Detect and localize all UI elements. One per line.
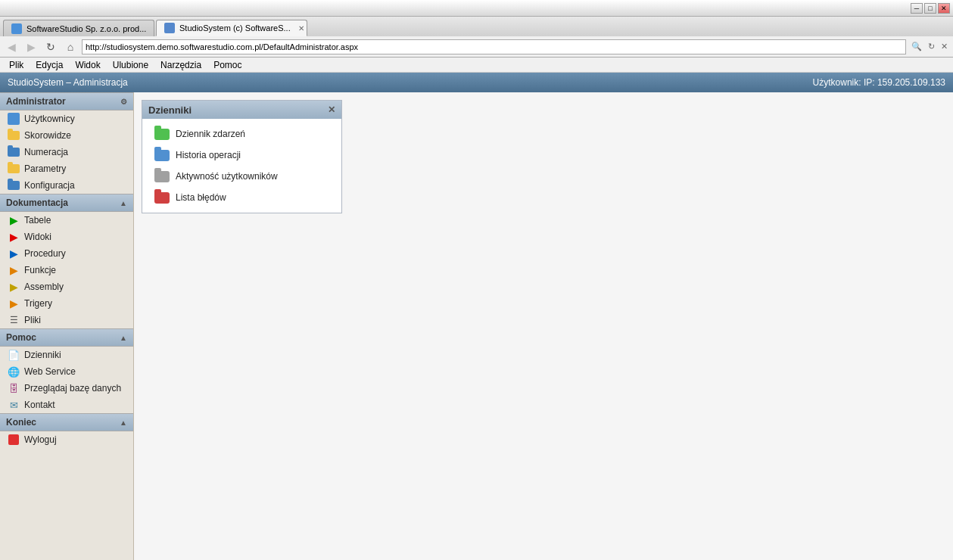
panel-close-icon[interactable]: ✕ — [328, 104, 335, 115]
window-controls[interactable]: ─ □ ✕ — [911, 3, 950, 14]
sidebar-item-label: Skorowidze — [24, 130, 71, 141]
folder-yellow-2-icon — [8, 163, 20, 175]
panel-header: Dzienniki ✕ — [142, 101, 341, 119]
sidebar-item-numeracja[interactable]: Numeracja — [0, 144, 133, 160]
close-button[interactable]: ✕ — [938, 3, 950, 14]
home-button[interactable]: ⌂ — [62, 39, 79, 55]
close-x-icon[interactable]: ✕ — [939, 41, 950, 52]
address-icons: 🔍 ↻ ✕ — [909, 41, 950, 52]
sidebar-item-webservice[interactable]: 🌐 Web Service — [0, 363, 133, 380]
sidebar-item-label: Funkcje — [24, 265, 56, 275]
browser-tab-1[interactable]: SoftwareStudio Sp. z.o.o. prod... — [3, 20, 154, 36]
db-icon: 🗄 — [8, 382, 20, 394]
refresh-button[interactable]: ↻ — [42, 39, 59, 55]
menu-plik[interactable]: Plik — [3, 58, 30, 73]
sidebar-section-dokumentacja: Dokumentacja ▲ ▶ Tabele ▶ Widoki ▶ Proce… — [0, 194, 133, 328]
sidebar-header-administrator[interactable]: Administrator ⚙ — [0, 92, 133, 110]
sidebar-item-dzienniki[interactable]: 📄 Dzienniki — [0, 347, 133, 363]
menu-widok[interactable]: Widok — [69, 58, 106, 73]
user-info: Użytkownik: IP: 159.205.109.133 — [813, 77, 945, 88]
sidebar-item-label: Dzienniki — [24, 350, 61, 360]
address-bar-row: ◀ ▶ ↻ ⌂ 🔍 ↻ ✕ — [0, 36, 953, 58]
sidebar-item-funkcje[interactable]: ▶ Funkcje — [0, 262, 133, 278]
users-icon — [8, 113, 20, 125]
panel-item-dziennik-zdarzen[interactable]: Dziennik zdarzeń — [142, 123, 341, 145]
sidebar-item-widoki[interactable]: ▶ Widoki — [0, 229, 133, 245]
arrow-yellow-icon: ▶ — [8, 281, 20, 293]
sidebar-section-label-koniec: Koniec — [6, 417, 36, 428]
folder-red-icon — [154, 192, 170, 204]
panel-body: Dziennik zdarzeń Historia operacji Aktyw… — [142, 119, 341, 213]
panel-item-lista-bledow[interactable]: Lista błędów — [142, 187, 341, 208]
sidebar-item-konfiguracja[interactable]: Konfiguracja — [0, 177, 133, 194]
arrow-blue-icon: ▶ — [8, 247, 20, 260]
collapse-koniec-icon: ▲ — [120, 418, 127, 427]
sidebar-item-label: Trigery — [24, 298, 52, 309]
back-button[interactable]: ◀ — [3, 39, 20, 55]
sidebar-item-procedury[interactable]: ▶ Procedury — [0, 245, 133, 262]
sidebar: Administrator ⚙ Użytkownicy Skorowidze N… — [0, 92, 134, 560]
menu-pomoc[interactable]: Pomoc — [207, 58, 248, 73]
address-input[interactable] — [82, 39, 906, 54]
app-body: Administrator ⚙ Użytkownicy Skorowidze N… — [0, 92, 953, 560]
web-icon: 🌐 — [8, 366, 20, 378]
panel-item-label: Lista błędów — [176, 192, 226, 203]
sidebar-item-tabele[interactable]: ▶ Tabele — [0, 212, 133, 229]
sidebar-item-label: Użytkownicy — [24, 114, 75, 124]
sidebar-item-assembly[interactable]: ▶ Assembly — [0, 278, 133, 295]
sidebar-item-trigery[interactable]: ▶ Trigery — [0, 295, 133, 312]
sidebar-item-label: Konfiguracja — [24, 180, 75, 191]
sidebar-item-przegladaj[interactable]: 🗄 Przeglądaj bazę danych — [0, 380, 133, 397]
sidebar-item-skorowidze[interactable]: Skorowidze — [0, 127, 133, 144]
sidebar-item-label: Numeracja — [24, 147, 68, 157]
menu-ulubione[interactable]: Ulubione — [107, 58, 154, 73]
sidebar-item-label: Pliki — [24, 315, 41, 325]
sidebar-item-label: Przeglądaj bazę danych — [24, 383, 121, 394]
sidebar-header-koniec[interactable]: Koniec ▲ — [0, 413, 133, 431]
sidebar-item-wyloguj[interactable]: Wyloguj — [0, 431, 133, 448]
arrow-orange-2-icon: ▶ — [8, 297, 20, 310]
folder-blue-2-icon — [8, 179, 20, 191]
maximize-button[interactable]: □ — [924, 3, 936, 14]
sidebar-item-parametry[interactable]: Parametry — [0, 160, 133, 177]
list-icon: ☰ — [8, 314, 20, 326]
sidebar-item-uzytkownicy[interactable]: Użytkownicy — [0, 110, 133, 127]
app-header: StudioSystem – Administracja Użytkownik:… — [0, 73, 953, 92]
folder-blue-icon — [154, 150, 170, 161]
tab-favicon-1 — [11, 23, 22, 34]
tab-close-icon[interactable]: ✕ — [298, 24, 304, 33]
menu-edycja[interactable]: Edycja — [30, 58, 69, 73]
panel-item-label: Dziennik zdarzeń — [176, 129, 245, 139]
browser-menu-bar: Plik Edycja Widok Ulubione Narzędzia Pom… — [0, 58, 953, 73]
sidebar-header-dokumentacja[interactable]: Dokumentacja ▲ — [0, 194, 133, 212]
sidebar-item-label: Tabele — [24, 215, 51, 226]
forward-button[interactable]: ▶ — [23, 39, 39, 55]
panel-title: Dzienniki — [148, 104, 192, 116]
panel-item-aktywnosc[interactable]: Aktywność użytkowników — [142, 166, 341, 187]
app-title: StudioSystem – Administracja — [8, 77, 128, 88]
collapse-icon: ▲ — [120, 199, 127, 207]
sidebar-item-label: Web Service — [24, 366, 76, 377]
browser-tab-2[interactable]: StudioSystem (c) SoftwareS... ✕ — [156, 20, 307, 36]
browser-title-bar: ─ □ ✕ — [0, 0, 953, 17]
sidebar-section-pomoc: Pomoc ▲ 📄 Dzienniki 🌐 Web Service 🗄 Prze… — [0, 328, 133, 413]
arrow-green-icon: ▶ — [8, 214, 20, 226]
gear-icon: ⚙ — [120, 98, 127, 106]
panel-item-historia-operacji[interactable]: Historia operacji — [142, 145, 341, 166]
minimize-button[interactable]: ─ — [911, 3, 923, 14]
app-wrapper: StudioSystem – Administracja Użytkownik:… — [0, 73, 953, 560]
menu-narzedzia[interactable]: Narzędzia — [154, 58, 207, 73]
red-square-icon — [8, 434, 20, 446]
sidebar-header-pomoc[interactable]: Pomoc ▲ — [0, 328, 133, 347]
search-icon[interactable]: 🔍 — [909, 41, 924, 52]
sidebar-item-pliki[interactable]: ☰ Pliki — [0, 312, 133, 328]
contact-icon: ✉ — [8, 399, 20, 411]
sidebar-item-kontakt[interactable]: ✉ Kontakt — [0, 397, 133, 413]
sidebar-section-label-administrator: Administrator — [6, 96, 66, 107]
sidebar-item-label: Widoki — [24, 232, 51, 242]
folder-green-icon — [154, 129, 170, 140]
tab-label-2: StudioSystem (c) SoftwareS... — [179, 23, 291, 33]
folder-gray-icon — [154, 171, 170, 182]
main-content: Dzienniki ✕ Dziennik zdarzeń Historia op… — [134, 92, 953, 560]
refresh-icon[interactable]: ↻ — [926, 41, 937, 52]
